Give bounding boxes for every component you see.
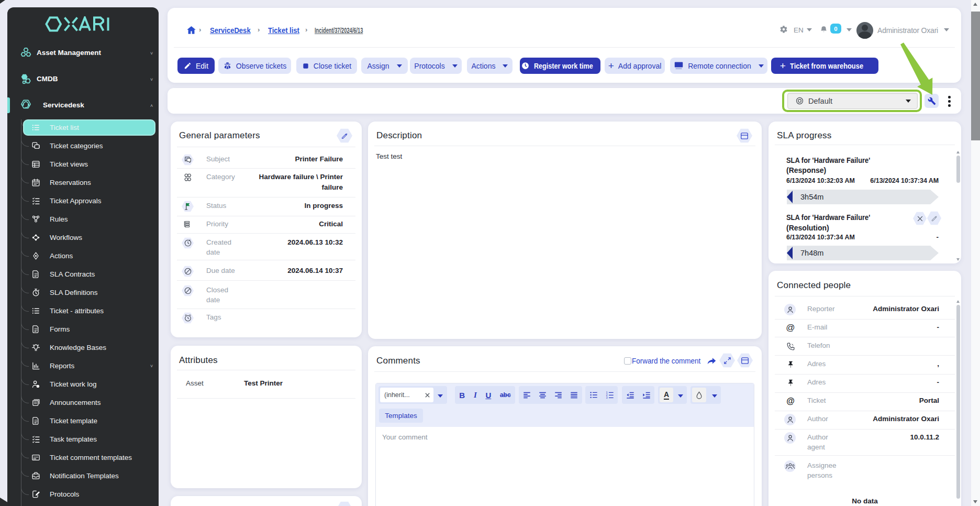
svg-text:3: 3 (606, 396, 607, 399)
